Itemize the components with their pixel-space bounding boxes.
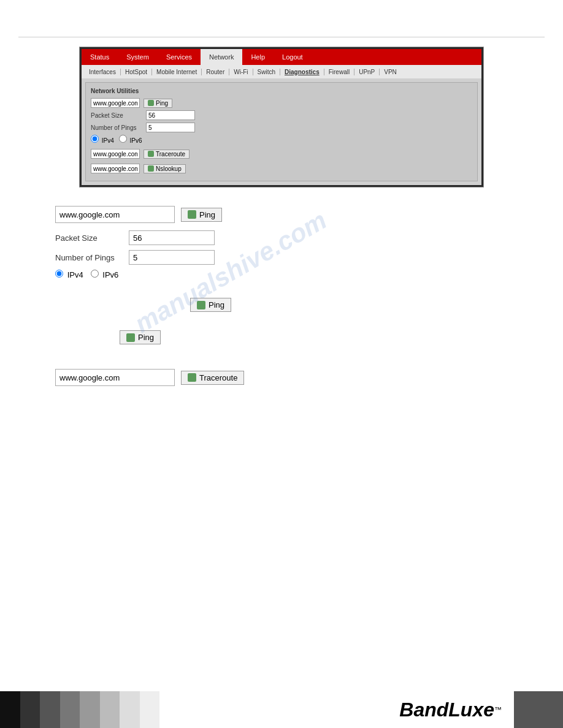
mini-packet-label: Packet Size	[91, 112, 146, 119]
swatch-6	[100, 691, 120, 728]
standalone-ping-button-1[interactable]: Ping	[190, 298, 231, 312]
mini-ui-screenshot: Status System Services Network Help Logo…	[79, 47, 484, 188]
standalone-ping-1-section: Ping	[184, 298, 379, 312]
mini-pings-label: Number of Pings	[91, 124, 146, 131]
mini-nav-help[interactable]: Help	[242, 49, 274, 65]
mini-ping-icon	[148, 100, 154, 106]
mini-pings-input[interactable]	[146, 123, 195, 132]
mini-nav-network[interactable]: Network	[201, 49, 242, 65]
large-ping-section: Ping Packet Size Number of Pings IPv4 IP…	[55, 206, 508, 279]
mini-nslookup-button[interactable]: Nslookup	[144, 164, 186, 173]
standalone-ping-icon-2	[126, 333, 135, 342]
mini-packet-row: Packet Size	[91, 110, 472, 120]
mini-traceroute-url-input[interactable]	[91, 149, 140, 159]
large-packet-row: Packet Size	[55, 230, 508, 245]
large-ipv4-label[interactable]: IPv4	[55, 270, 83, 279]
swatch-7	[120, 691, 140, 728]
swatch-5	[80, 691, 100, 728]
mini-sub-router[interactable]: Router	[202, 69, 229, 75]
mini-ipv6-radio[interactable]	[119, 135, 127, 143]
brand-tm: ™	[494, 705, 502, 714]
swatch-2	[20, 691, 40, 728]
large-pings-input[interactable]	[129, 250, 215, 265]
mini-traceroute-button[interactable]: Traceroute	[144, 150, 190, 159]
mini-sub-vpn[interactable]: VPN	[380, 69, 401, 75]
mini-sub-upnp[interactable]: UPnP	[354, 69, 380, 75]
brand-name: BandLuxe	[399, 699, 494, 721]
mini-ping-button[interactable]: Ping	[144, 99, 172, 108]
mini-traceroute-row: Traceroute	[91, 149, 472, 159]
large-pings-label: Number of Pings	[55, 253, 129, 262]
large-ipv4-radio[interactable]	[55, 270, 63, 278]
mini-nav-logout[interactable]: Logout	[274, 49, 312, 65]
large-ipv6-radio[interactable]	[91, 270, 99, 278]
mini-sub-interfaces[interactable]: Interfaces	[85, 69, 121, 75]
mini-sub-hotspot[interactable]: HotSpot	[121, 69, 152, 75]
large-ipv6-label[interactable]: IPv6	[91, 270, 119, 279]
mini-sub-firewall[interactable]: Firewall	[324, 69, 354, 75]
swatch-3	[40, 691, 60, 728]
large-traceroute-button[interactable]: Traceroute	[181, 371, 244, 385]
mini-nav-services[interactable]: Services	[158, 49, 201, 65]
large-traceroute-url-row: Traceroute	[55, 369, 508, 386]
large-traceroute-section: Traceroute	[55, 369, 508, 386]
color-swatches	[0, 691, 159, 728]
mini-nav-status[interactable]: Status	[82, 49, 118, 65]
large-packet-label: Packet Size	[55, 233, 129, 243]
mini-ip-radio-row: IPv4 IPv6	[91, 135, 472, 144]
mini-nslookup-url-input[interactable]	[91, 164, 140, 173]
mini-sub-mobile[interactable]: Mobile Internet	[152, 69, 202, 75]
standalone-ping-icon-1	[197, 301, 205, 309]
mini-pings-row: Number of Pings	[91, 123, 472, 132]
mini-packet-input[interactable]	[146, 110, 195, 120]
standalone-ping-button-2[interactable]: Ping	[120, 330, 161, 344]
mini-nav-bar: Status System Services Network Help Logo…	[82, 49, 481, 65]
swatch-4	[60, 691, 80, 728]
bottom-bar: BandLuxe ™	[0, 691, 563, 728]
mini-ping-url-input[interactable]	[91, 98, 140, 108]
mini-sub-diagnostics[interactable]: Diagnostics	[280, 69, 324, 75]
mini-ipv6-radio-label[interactable]: IPv6	[119, 135, 142, 144]
standalone-ping-2-section: Ping	[113, 330, 450, 344]
large-packet-input[interactable]	[129, 230, 215, 245]
large-ping-button[interactable]: Ping	[181, 208, 222, 222]
top-divider	[18, 37, 545, 37]
swatch-1	[0, 691, 20, 728]
brand-right-swatch	[514, 691, 563, 728]
large-traceroute-icon	[188, 373, 196, 382]
brand-logo: BandLuxe ™	[399, 699, 514, 721]
mini-nav-system[interactable]: System	[118, 49, 158, 65]
large-ping-url-input[interactable]	[55, 206, 175, 223]
large-pings-row: Number of Pings	[55, 250, 508, 265]
mini-sub-switch[interactable]: Switch	[253, 69, 280, 75]
mini-panel: Network Utilities Ping Packet Size Numbe…	[85, 82, 478, 181]
mini-panel-title: Network Utilities	[91, 88, 472, 94]
mini-ping-row: Ping	[91, 98, 472, 108]
mini-content: Network Utilities Ping Packet Size Numbe…	[82, 78, 481, 185]
swatch-8	[140, 691, 160, 728]
large-ping-icon	[188, 210, 196, 219]
brand-area: BandLuxe ™	[399, 691, 563, 728]
large-ping-url-row: Ping	[55, 206, 508, 223]
mini-nslookup-icon	[148, 165, 154, 172]
mini-ipv4-radio-label[interactable]: IPv4	[91, 135, 114, 144]
mini-traceroute-icon	[148, 151, 154, 157]
mini-sub-bar: Interfaces HotSpot Mobile Internet Route…	[82, 65, 481, 78]
mini-ipv4-radio[interactable]	[91, 135, 99, 143]
large-traceroute-url-input[interactable]	[55, 369, 175, 386]
mini-sub-wifi[interactable]: Wi-Fi	[229, 69, 253, 75]
mini-nslookup-row: Nslookup	[91, 164, 472, 173]
large-ip-radio-row: IPv4 IPv6	[55, 270, 508, 279]
